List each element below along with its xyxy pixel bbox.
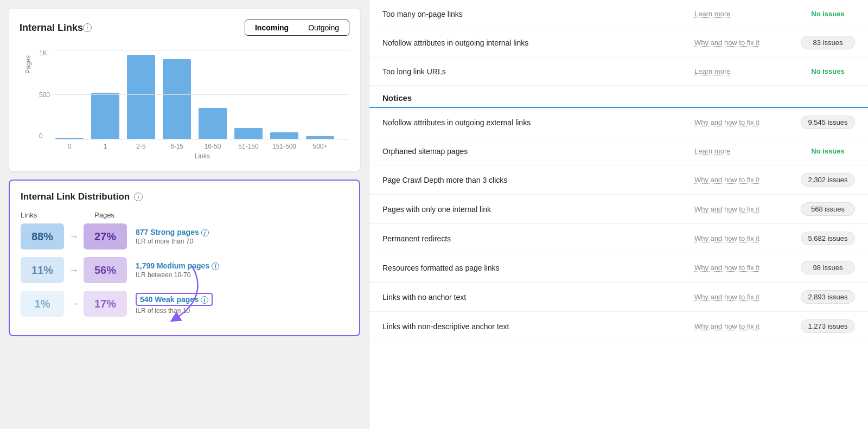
chart-area: Pages 1K 500 0 012-56-1516-5051-150151-5… <box>20 44 349 160</box>
bar-1 <box>91 93 119 139</box>
issue-row-9: Resources formatted as page linksWhy and… <box>369 253 868 283</box>
pages-pct-1: 56% <box>84 257 127 283</box>
dist-row-2: 1%→17%540 Weak pages iILR of less than 1… <box>21 291 348 317</box>
links-pct-2: 1% <box>21 291 64 317</box>
bar-2-5 <box>127 55 155 139</box>
issue-name-4: Nofollow attributes in outgoing external… <box>382 118 686 127</box>
issue-row-11: Links with non-descriptive anchor textWh… <box>369 312 868 341</box>
issue-badge-10: 2,893 issues <box>801 290 855 304</box>
issue-link-6[interactable]: Why and how to fix it <box>694 176 792 184</box>
x-label-500+: 500+ <box>306 143 334 150</box>
col-pages-header: Pages <box>89 211 138 219</box>
dist-title-0[interactable]: 877 Strong pages i <box>136 228 348 237</box>
dist-title-2[interactable]: 540 Weak pages i <box>136 293 213 306</box>
x-label-6-15: 6-15 <box>163 143 191 150</box>
issue-link-9[interactable]: Why and how to fix it <box>694 264 792 272</box>
x-label-1: 1 <box>91 143 119 150</box>
issue-badge-9: 98 issues <box>801 261 855 274</box>
right-panel: Too many on-page linksLearn moreNo issue… <box>369 0 868 429</box>
col-links-header: Links <box>21 211 69 219</box>
issue-row-0: Too many on-page linksLearn moreNo issue… <box>369 0 868 28</box>
issue-name-5: Orphaned sitemap pages <box>382 147 686 156</box>
issue-name-7: Pages with only one internal link <box>382 205 686 214</box>
issue-link-11[interactable]: Why and how to fix it <box>694 322 792 330</box>
bar-16-50 <box>199 108 227 139</box>
issue-badge-6: 2,302 issues <box>801 173 855 187</box>
y-axis-title: Pages <box>24 55 32 74</box>
bars-area <box>55 50 349 139</box>
issue-badge-0: No issues <box>801 8 855 20</box>
issue-link-8[interactable]: Why and how to fix it <box>694 234 792 242</box>
links-pct-1: 11% <box>21 257 64 283</box>
distribution-table: Links Pages 88%→27%877 Strong pages iILR… <box>21 211 348 317</box>
issue-link-7[interactable]: Why and how to fix it <box>694 205 792 213</box>
toggle-incoming[interactable]: Incoming <box>245 20 298 35</box>
issue-link-2[interactable]: Learn more <box>694 67 792 75</box>
issue-name-11: Links with non-descriptive anchor text <box>382 322 686 331</box>
issue-badge-5: No issues <box>801 145 855 157</box>
issue-row-7: Pages with only one internal linkWhy and… <box>369 195 868 224</box>
dist-info-0: 877 Strong pages iILR of more than 70 <box>136 228 348 246</box>
notices-header-row: Notices <box>369 86 868 108</box>
bar-500+ <box>306 136 334 139</box>
x-labels: 012-56-1516-5051-150151-500500+ <box>55 139 349 150</box>
arrow-0: → <box>64 231 84 242</box>
dist-sub-0: ILR of more than 70 <box>136 238 348 245</box>
issue-link-0[interactable]: Learn more <box>694 10 792 18</box>
issue-name-9: Resources formatted as page links <box>382 264 686 272</box>
issue-name-6: Page Crawl Depth more than 3 clicks <box>382 176 686 184</box>
notices-label: Notices <box>382 93 855 103</box>
issue-row-2: Too long link URLsLearn moreNo issues <box>369 57 868 86</box>
issue-row-5: Orphaned sitemap pagesLearn moreNo issue… <box>369 137 868 165</box>
x-axis-title: Links <box>55 152 349 160</box>
issue-name-0: Too many on-page links <box>382 10 686 18</box>
y-label-0: 0 <box>39 133 50 139</box>
pages-pct-2: 17% <box>84 291 127 317</box>
links-pct-0: 88% <box>21 223 64 249</box>
issue-name-8: Permanent redirects <box>382 234 686 243</box>
toggle-outgoing[interactable]: Outgoing <box>298 20 349 35</box>
issue-badge-1: 83 issues <box>801 36 855 49</box>
issue-badge-8: 5,682 issues <box>801 232 855 245</box>
issues-list: Too many on-page linksLearn moreNo issue… <box>369 0 868 341</box>
y-label-1k: 1K <box>39 50 50 56</box>
dist-row-1: 11%→56%1,799 Medium pages iILR between 1… <box>21 257 348 283</box>
internal-links-title: Internal Links <box>20 22 83 34</box>
dist-info-1: 1,799 Medium pages iILR between 10-70 <box>136 261 348 279</box>
issue-name-2: Too long link URLs <box>382 67 686 76</box>
issue-row-8: Permanent redirectsWhy and how to fix it… <box>369 224 868 253</box>
bar-6-15 <box>163 59 191 139</box>
x-label-0: 0 <box>55 143 84 150</box>
bar-151-500 <box>270 132 298 139</box>
issue-row-4: Nofollow attributes in outgoing external… <box>369 108 868 137</box>
pages-pct-0: 27% <box>84 223 127 249</box>
x-label-51-150: 51-150 <box>234 143 263 150</box>
bar-0 <box>55 138 84 139</box>
info-icon-links[interactable]: i <box>83 23 92 32</box>
arrow-1: → <box>64 265 84 276</box>
issue-link-4[interactable]: Why and how to fix it <box>694 118 792 126</box>
issue-link-5[interactable]: Learn more <box>694 147 792 155</box>
dist-info-2: 540 Weak pages iILR of less than 10 <box>136 293 348 315</box>
dist-row-0: 88%→27%877 Strong pages iILR of more tha… <box>21 223 348 249</box>
x-label-151-500: 151-500 <box>270 143 298 150</box>
issue-name-1: Nofollow attributes in outgoing internal… <box>382 39 686 47</box>
dist-header: Links Pages <box>21 211 348 219</box>
issue-row-6: Page Crawl Depth more than 3 clicksWhy a… <box>369 165 868 195</box>
issue-badge-2: No issues <box>801 65 855 78</box>
dist-title-1[interactable]: 1,799 Medium pages i <box>136 261 348 271</box>
issue-name-10: Links with no anchor text <box>382 293 686 302</box>
x-label-16-50: 16-50 <box>199 143 227 150</box>
issue-link-10[interactable]: Why and how to fix it <box>694 293 792 301</box>
dist-sub-1: ILR between 10-70 <box>136 271 348 279</box>
arrow-2: → <box>64 298 84 310</box>
toggle-group[interactable]: Incoming Outgoing <box>245 20 349 36</box>
issue-badge-4: 9,545 issues <box>801 116 855 129</box>
y-axis-labels: 1K 500 0 <box>39 50 50 139</box>
info-icon-dist[interactable]: i <box>134 193 143 201</box>
issue-badge-7: 568 issues <box>801 202 855 216</box>
issue-row-10: Links with no anchor textWhy and how to … <box>369 283 868 312</box>
distribution-card: Internal Link Distribution i Links Pages… <box>9 180 360 336</box>
issue-link-1[interactable]: Why and how to fix it <box>694 39 792 47</box>
internal-links-card: Internal Links i Incoming Outgoing Pages… <box>9 9 360 171</box>
